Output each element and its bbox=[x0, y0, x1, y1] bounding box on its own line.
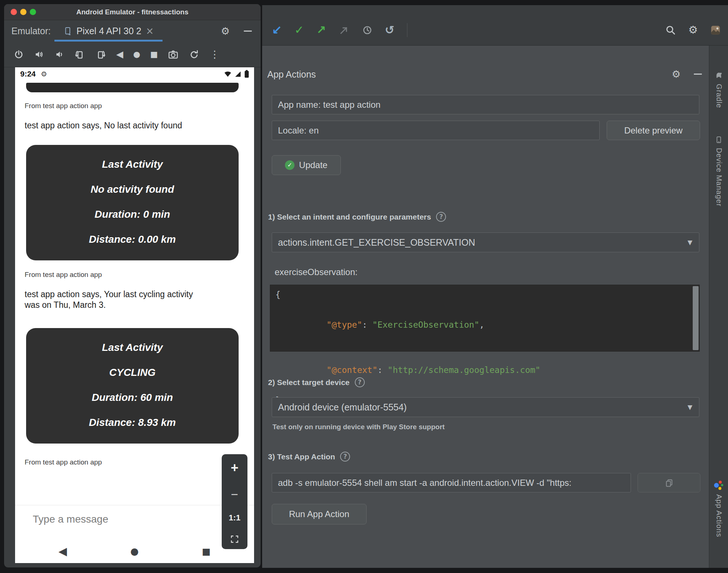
update-button[interactable]: ✓ Update bbox=[272, 155, 341, 175]
card-title: Last Activity bbox=[32, 158, 233, 171]
nav-overview-toolbar-icon[interactable]: ■ bbox=[150, 50, 158, 58]
section-intent-text: 1) Select an intent and configure parame… bbox=[268, 213, 431, 221]
panel-minimize-icon[interactable] bbox=[694, 74, 702, 75]
undo-icon[interactable]: ↺ bbox=[385, 24, 395, 36]
window-title: Android Emulator - fitnessactions bbox=[4, 8, 261, 16]
volume-up-icon[interactable] bbox=[34, 49, 44, 60]
nav-overview-button[interactable]: ■ bbox=[202, 547, 211, 556]
signal-icon bbox=[235, 71, 242, 77]
copy-icon bbox=[665, 478, 674, 487]
tool-tab-app-actions[interactable]: App Actions bbox=[709, 480, 728, 537]
intent-dropdown[interactable]: actions.intent.GET_EXERCISE_OBSERVATION … bbox=[272, 232, 699, 252]
intent-parameter-editor[interactable]: { "@type": "ExerciseObservation", "@cont… bbox=[270, 285, 700, 352]
more-options-icon[interactable]: ⋮ bbox=[210, 49, 220, 59]
zoom-window-button[interactable] bbox=[30, 9, 36, 15]
snapshots-icon[interactable] bbox=[189, 49, 200, 60]
nav-home-toolbar-icon[interactable]: ● bbox=[133, 50, 140, 58]
check-icon[interactable]: ✓ bbox=[295, 24, 304, 36]
rotate-right-icon[interactable] bbox=[95, 49, 106, 60]
tab-close-icon[interactable]: × bbox=[146, 26, 154, 36]
minimize-window-button[interactable] bbox=[20, 9, 26, 15]
run-to-cursor-icon[interactable] bbox=[339, 25, 350, 36]
tool-tab-gradle-label: Gradle bbox=[715, 84, 723, 108]
emulator-control-toolbar: ◀ ● ■ ⋮ bbox=[4, 42, 261, 67]
android-nav-bar: ◀ ● ■ bbox=[15, 540, 254, 563]
emulator-settings-icon[interactable]: ⚙ bbox=[221, 26, 230, 36]
locale-field[interactable] bbox=[272, 121, 600, 140]
device-tab[interactable]: Pixel 4 API 30 2 × bbox=[59, 20, 158, 42]
settings-gear-icon[interactable]: ⚙ bbox=[688, 25, 698, 35]
json-string: "ExerciseObservation" bbox=[372, 320, 479, 330]
card-activity: No activity found bbox=[32, 183, 233, 196]
section-test-text: 3) Test App Action bbox=[268, 452, 335, 461]
section-device-text: 2) Select target device bbox=[268, 378, 350, 387]
battery-icon bbox=[245, 70, 249, 78]
message-sender: From test app action app bbox=[25, 102, 254, 110]
wifi-icon bbox=[224, 71, 232, 77]
status-time: 9:24 bbox=[20, 70, 36, 78]
message-input[interactable] bbox=[15, 507, 254, 531]
rotate-left-icon[interactable] bbox=[74, 49, 85, 60]
card-distance: Distance: 8.93 km bbox=[32, 416, 233, 429]
volume-down-icon[interactable] bbox=[54, 49, 64, 60]
device-tab-label: Pixel 4 API 30 2 bbox=[76, 26, 142, 36]
fit-screen-button[interactable] bbox=[230, 534, 239, 544]
device-hint-text: Test only on running device with Play St… bbox=[272, 423, 445, 431]
copy-command-button[interactable] bbox=[638, 473, 700, 492]
app-name-field[interactable] bbox=[272, 95, 699, 114]
target-device-value: Android device (emulator-5554) bbox=[278, 402, 407, 413]
emulator-label: Emulator: bbox=[11, 26, 51, 36]
section-test-label: 3) Test App Action ? bbox=[268, 452, 350, 462]
emulator-tab-bar: Emulator: Pixel 4 API 30 2 × ⚙ bbox=[4, 20, 261, 42]
search-icon[interactable] bbox=[665, 25, 676, 35]
emulator-minimize-icon[interactable] bbox=[244, 31, 252, 32]
device-manager-icon bbox=[715, 136, 722, 143]
step-out-icon[interactable]: ↗ bbox=[317, 24, 326, 36]
run-debug-toolbar: ↙ ✓ ↗ ↺ ⚙ bbox=[262, 5, 728, 46]
message-sender: From test app action app bbox=[25, 271, 254, 279]
editor-scrollbar[interactable] bbox=[693, 286, 699, 350]
run-app-action-button[interactable]: Run App Action bbox=[272, 504, 367, 524]
scrolled-card-edge bbox=[26, 83, 239, 92]
card-duration: Duration: 60 min bbox=[32, 391, 233, 404]
phone-status-bar: 9:24 ⚙ bbox=[15, 67, 254, 81]
code-brace: { bbox=[275, 290, 281, 299]
activity-card: Last Activity No activity found Duration… bbox=[26, 145, 239, 260]
app-actions-panel: App Actions ⚙ Delete preview ✓ Update 1)… bbox=[262, 46, 709, 568]
close-window-button[interactable] bbox=[11, 9, 17, 15]
status-gear-icon: ⚙ bbox=[41, 71, 47, 78]
target-device-dropdown[interactable]: Android device (emulator-5554) ▼ bbox=[272, 397, 699, 417]
card-distance: Distance: 0.00 km bbox=[32, 233, 233, 246]
update-check-icon: ✓ bbox=[285, 160, 295, 170]
card-title: Last Activity bbox=[32, 341, 233, 354]
tool-tab-device-manager[interactable]: Device Manager bbox=[709, 136, 728, 207]
update-label: Update bbox=[299, 160, 327, 170]
emulator-window: Android Emulator - fitnessactions Emulat… bbox=[4, 4, 261, 568]
tool-tab-gradle[interactable]: Gradle bbox=[709, 71, 728, 108]
screenshot-camera-icon[interactable] bbox=[168, 49, 179, 60]
assistant-icon bbox=[714, 480, 724, 490]
json-key: "@type" bbox=[326, 320, 362, 330]
history-clock-icon[interactable] bbox=[362, 25, 372, 35]
chevron-down-icon: ▼ bbox=[688, 239, 692, 246]
help-icon[interactable]: ? bbox=[340, 452, 350, 462]
nav-home-button[interactable]: ● bbox=[130, 547, 139, 556]
zoom-out-button[interactable]: − bbox=[231, 487, 238, 502]
parameter-name-label: exerciseObservation: bbox=[275, 267, 357, 277]
nav-back-toolbar-icon[interactable]: ◀ bbox=[116, 50, 123, 59]
step-into-icon[interactable]: ↙ bbox=[272, 24, 282, 36]
phone-screen: 9:24 ⚙ From test app action app test app… bbox=[15, 67, 254, 563]
nav-back-button[interactable]: ◀ bbox=[58, 546, 67, 557]
device-phone-icon bbox=[63, 26, 72, 35]
zoom-in-button[interactable]: + bbox=[231, 460, 238, 476]
gradle-icon bbox=[715, 71, 723, 79]
profile-image-icon[interactable] bbox=[710, 25, 721, 35]
panel-settings-icon[interactable]: ⚙ bbox=[672, 69, 681, 79]
power-icon[interactable] bbox=[14, 49, 24, 60]
help-icon[interactable]: ? bbox=[436, 212, 446, 222]
zoom-ratio-button[interactable]: 1:1 bbox=[229, 513, 240, 523]
delete-preview-button[interactable]: Delete preview bbox=[607, 121, 700, 140]
tool-tab-app-actions-label: App Actions bbox=[715, 494, 723, 537]
adb-command-field[interactable] bbox=[272, 473, 631, 492]
help-icon[interactable]: ? bbox=[355, 377, 365, 387]
